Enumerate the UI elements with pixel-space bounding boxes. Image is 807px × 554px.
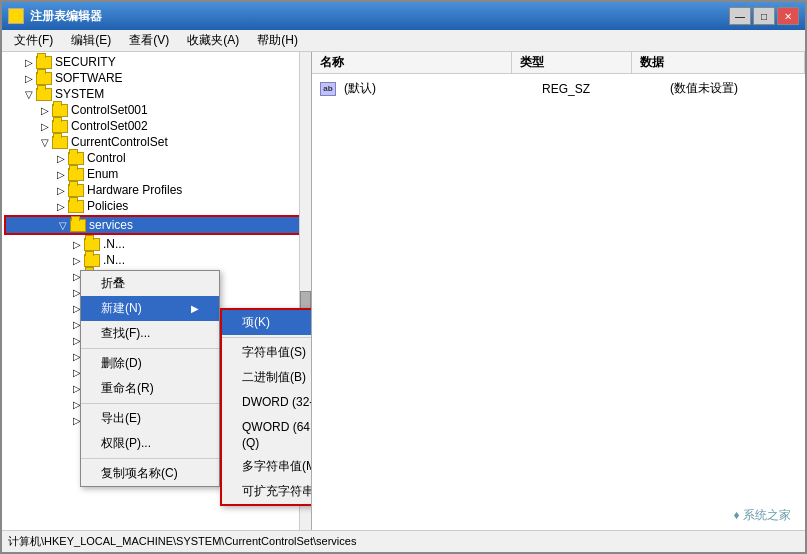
submenu-string-label: 字符串值(S) (242, 345, 306, 359)
watermark: ♦ 系统之家 (734, 507, 791, 524)
menu-favorites[interactable]: 收藏夹(A) (179, 30, 247, 51)
menu-file[interactable]: 文件(F) (6, 30, 61, 51)
ctx-separator-2 (81, 403, 219, 404)
right-content: ab (默认) REG_SZ (数值未设置) (312, 74, 805, 530)
folder-icon-control (68, 152, 84, 165)
expand-hardware-profiles[interactable]: ▷ (54, 183, 68, 197)
ctx-collapse-label: 折叠 (101, 275, 125, 292)
expand-controlset001[interactable]: ▷ (38, 103, 52, 117)
tree-item-policies[interactable]: ▷ Policies (4, 198, 309, 214)
folder-icon-security (36, 56, 52, 69)
submenu-binary-label: 二进制值(B) (242, 370, 306, 384)
right-pane: 名称 类型 数据 ab (默认) REG_SZ (数值未设置) (312, 52, 805, 530)
reg-icon-ab: ab (320, 82, 336, 96)
status-text: 计算机\HKEY_LOCAL_MACHINE\SYSTEM\CurrentCon… (8, 534, 356, 549)
ctx-new[interactable]: 新建(N) ▶ (81, 296, 219, 321)
tree-label-n2: .N... (103, 253, 125, 267)
main-area: ▷ SECURITY ▷ SOFTWARE ▽ SYSTEM (2, 52, 805, 530)
ctx-delete-label: 删除(D) (101, 355, 142, 372)
folder-icon-system (36, 88, 52, 101)
tree-item-currentcontrolset[interactable]: ▽ CurrentControlSet (4, 134, 309, 150)
tree-item-n2[interactable]: ▷ .N... (4, 252, 309, 268)
ctx-permissions-label: 权限(P)... (101, 435, 151, 452)
title-controls: — □ ✕ (729, 7, 799, 25)
col-header-type: 类型 (512, 52, 632, 73)
folder-icon-controlset001 (52, 104, 68, 117)
expand-currentcontrolset[interactable]: ▽ (38, 135, 52, 149)
ctx-permissions[interactable]: 权限(P)... (81, 431, 219, 456)
submenu: 项(K) 字符串值(S) 二进制值(B) DWORD (32-位)值(D) (220, 308, 312, 506)
tree-item-security[interactable]: ▷ SECURITY (4, 54, 309, 70)
submenu-binary[interactable]: 二进制值(B) (222, 365, 312, 390)
tree-item-enum[interactable]: ▷ Enum (4, 166, 309, 182)
expand-policies[interactable]: ▷ (54, 199, 68, 213)
expand-n1[interactable]: ▷ (70, 237, 84, 251)
ctx-export[interactable]: 导出(E) (81, 406, 219, 431)
ctx-collapse[interactable]: 折叠 (81, 271, 219, 296)
folder-icon-currentcontrolset (52, 136, 68, 149)
tree-item-hardware-profiles[interactable]: ▷ Hardware Profiles (4, 182, 309, 198)
ctx-find-label: 查找(F)... (101, 325, 150, 342)
submenu-expandable-string[interactable]: 可扩充字符串值(E) (222, 479, 312, 504)
submenu-separator-1 (222, 337, 312, 338)
expand-system[interactable]: ▽ (22, 87, 36, 101)
tree-label-system: SYSTEM (55, 87, 104, 101)
expand-services[interactable]: ▽ (56, 218, 70, 232)
tree-pane: ▷ SECURITY ▷ SOFTWARE ▽ SYSTEM (2, 52, 312, 530)
maximize-button[interactable]: □ (753, 7, 775, 25)
expand-security[interactable]: ▷ (22, 55, 36, 69)
expand-controlset002[interactable]: ▷ (38, 119, 52, 133)
title-bar: 注册表编辑器 — □ ✕ (2, 2, 805, 30)
expand-n2[interactable]: ▷ (70, 253, 84, 267)
submenu-key-label: 项(K) (242, 315, 270, 329)
tree-item-control[interactable]: ▷ Control (4, 150, 309, 166)
ctx-new-label: 新建(N) (101, 300, 142, 317)
submenu-multi-string[interactable]: 多字符串值(M) (222, 454, 312, 479)
folder-icon-n1 (84, 238, 100, 251)
menu-help[interactable]: 帮助(H) (249, 30, 306, 51)
ctx-delete[interactable]: 删除(D) (81, 351, 219, 376)
tree-item-controlset002[interactable]: ▷ ControlSet002 (4, 118, 309, 134)
ctx-rename[interactable]: 重命名(R) (81, 376, 219, 401)
folder-icon-policies (68, 200, 84, 213)
submenu-qword[interactable]: QWORD (64 位)值(Q) (222, 415, 312, 454)
expand-control[interactable]: ▷ (54, 151, 68, 165)
ctx-separator-1 (81, 348, 219, 349)
folder-icon-services (70, 219, 86, 232)
window-title: 注册表编辑器 (30, 8, 102, 25)
main-window: 注册表编辑器 — □ ✕ 文件(F) 编辑(E) 查看(V) 收藏夹(A) 帮助… (0, 0, 807, 554)
submenu-dword[interactable]: DWORD (32-位)值(D) (222, 390, 312, 415)
tree-label-controlset002: ControlSet002 (71, 119, 148, 133)
tree-label-enum: Enum (87, 167, 118, 181)
tree-item-n1[interactable]: ▷ .N... (4, 236, 309, 252)
ctx-copy-name-label: 复制项名称(C) (101, 465, 178, 482)
folder-icon-hardware-profiles (68, 184, 84, 197)
submenu-string[interactable]: 字符串值(S) (222, 340, 312, 365)
menu-view[interactable]: 查看(V) (121, 30, 177, 51)
folder-icon-controlset002 (52, 120, 68, 133)
tree-item-system[interactable]: ▽ SYSTEM (4, 86, 309, 102)
menu-edit[interactable]: 编辑(E) (63, 30, 119, 51)
app-icon (8, 8, 24, 24)
context-menu-box: 折叠 新建(N) ▶ 查找(F)... 删除(D) 重命名(R) (80, 270, 220, 487)
tree-label-hardware-profiles: Hardware Profiles (87, 183, 182, 197)
expand-software[interactable]: ▷ (22, 71, 36, 85)
submenu-multi-string-label: 多字符串值(M) (242, 459, 312, 473)
tree-item-software[interactable]: ▷ SOFTWARE (4, 70, 309, 86)
minimize-button[interactable]: — (729, 7, 751, 25)
tree-label-controlset001: ControlSet001 (71, 103, 148, 117)
ctx-find[interactable]: 查找(F)... (81, 321, 219, 346)
tree-item-controlset001[interactable]: ▷ ControlSet001 (4, 102, 309, 118)
submenu-expandable-string-label: 可扩充字符串值(E) (242, 484, 312, 498)
submenu-dword-label: DWORD (32-位)值(D) (242, 395, 312, 409)
ctx-export-label: 导出(E) (101, 410, 141, 427)
tree-item-services[interactable]: ▽ services (4, 215, 309, 235)
watermark-text: ♦ 系统之家 (734, 508, 791, 522)
title-bar-left: 注册表编辑器 (8, 8, 102, 25)
close-button[interactable]: ✕ (777, 7, 799, 25)
folder-icon-software (36, 72, 52, 85)
submenu-key[interactable]: 项(K) (222, 310, 312, 335)
expand-enum[interactable]: ▷ (54, 167, 68, 181)
ctx-copy-name[interactable]: 复制项名称(C) (81, 461, 219, 486)
registry-row[interactable]: ab (默认) REG_SZ (数值未设置) (316, 78, 801, 99)
